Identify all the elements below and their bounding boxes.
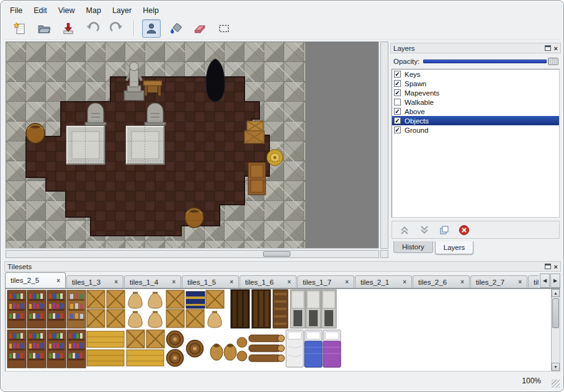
opacity-slider[interactable] (423, 57, 558, 66)
raise-layer-button[interactable] (398, 224, 411, 236)
layer-visibility-checkbox[interactable] (394, 117, 401, 124)
layers-panel-title: Layers (393, 45, 415, 52)
dock-tab-bar: History Layers (393, 241, 475, 257)
close-panel-icon[interactable]: × (554, 264, 558, 270)
lower-layer-button[interactable] (418, 224, 431, 236)
stamp-tool-button[interactable] (142, 19, 161, 38)
save-icon (61, 22, 75, 35)
tab-close-icon[interactable]: × (345, 278, 349, 285)
layer-visibility-checkbox[interactable] (394, 71, 401, 78)
menu-item[interactable]: View (53, 5, 81, 16)
rect-select-tool-button[interactable] (215, 19, 233, 38)
layer-row[interactable]: Walkable (392, 97, 559, 107)
layer-visibility-checkbox[interactable] (394, 80, 401, 87)
layer-row[interactable]: Above (392, 107, 559, 116)
resize-grip[interactable] (552, 380, 560, 388)
map-editor-window: File Edit View Map Layer Help (0, 0, 564, 392)
menu-item[interactable]: File (4, 5, 28, 16)
layer-row[interactable]: Keys (392, 69, 559, 79)
tab-close-icon[interactable]: × (518, 278, 522, 285)
tileset-tab[interactable]: tiles_2_7 × (470, 275, 527, 288)
layer-row[interactable]: Ground (392, 125, 559, 135)
tilesets-panel: Tilesets × tiles_2_5 × tiles_1_3 × (4, 261, 561, 373)
paint-bucket-icon (169, 22, 182, 35)
layer-visibility-checkbox[interactable] (394, 108, 401, 115)
float-panel-icon[interactable] (545, 264, 551, 269)
tab-close-icon[interactable]: × (114, 278, 118, 285)
tileset-image[interactable] (6, 289, 543, 370)
duplicate-layer-icon (439, 225, 450, 236)
layer-visibility-checkbox[interactable] (394, 127, 401, 133)
tileset-tab[interactable]: tiles_ × (528, 275, 539, 288)
map-canvas[interactable] (6, 42, 379, 249)
layer-actions-toolbar (392, 221, 560, 239)
tileset-tab[interactable]: tiles_1_6 × (239, 275, 297, 288)
tab-close-icon[interactable]: × (287, 278, 291, 285)
layer-name: Mapevents (405, 89, 439, 97)
float-panel-icon[interactable] (545, 45, 551, 51)
opacity-slider-handle[interactable] (548, 58, 558, 65)
map-vertical-scrollbar[interactable] (380, 42, 388, 249)
save-file-button[interactable] (59, 19, 78, 38)
redo-button[interactable] (107, 19, 126, 38)
map-hscroll-thumb[interactable] (263, 251, 290, 257)
map-render[interactable] (6, 42, 378, 248)
menu-item[interactable]: Help (137, 5, 164, 16)
layer-name: Above (405, 108, 425, 115)
tab-close-icon[interactable]: × (460, 278, 464, 285)
eraser-tool-button[interactable] (190, 19, 209, 38)
arrow-up-icon: ▲ (553, 291, 558, 295)
delete-layer-icon (459, 225, 470, 236)
layer-visibility-checkbox[interactable] (394, 89, 401, 96)
layer-name: Ground (405, 127, 428, 134)
layer-name: Walkable (405, 99, 434, 106)
tileset-vscroll-thumb[interactable] (552, 298, 559, 328)
dock-tab[interactable]: History (393, 241, 433, 253)
layer-name: Spawn (405, 80, 426, 87)
tileset-tab-label: tiles_1_4 (130, 278, 158, 286)
menu-item[interactable]: Layer (107, 5, 137, 16)
tileset-tab[interactable]: tiles_1_3 × (66, 275, 123, 288)
tileset-tab[interactable]: tiles_1_7 × (297, 275, 354, 288)
tileset-tab[interactable]: tiles_2_6 × (413, 275, 470, 288)
scroll-up-button[interactable]: ▲ (552, 289, 560, 297)
delete-layer-button[interactable] (458, 224, 470, 236)
tileset-tab[interactable]: tiles_1_5 × (182, 275, 239, 288)
menu-item[interactable]: Map (81, 5, 107, 16)
tab-scroll-right-button[interactable]: ▶ (550, 274, 560, 288)
scroll-down-button[interactable]: ▼ (552, 363, 560, 371)
map-horizontal-scrollbar[interactable] (6, 250, 379, 258)
tileset-tab[interactable]: tiles_1_4 × (124, 275, 181, 288)
dock-tab-label: History (402, 243, 424, 251)
layer-name: Objects (405, 117, 429, 125)
layer-row[interactable]: Spawn (392, 79, 559, 88)
fill-tool-button[interactable] (166, 19, 185, 38)
tilesets-panel-titlebar: Tilesets × (4, 261, 561, 272)
layer-visibility-checkbox[interactable] (394, 99, 401, 105)
duplicate-layer-button[interactable] (438, 224, 450, 236)
tileset-tab[interactable]: tiles_2_5 × (5, 272, 66, 288)
open-file-button[interactable] (35, 19, 53, 38)
tileset-vertical-scrollbar[interactable]: ▲ ▼ (551, 289, 560, 371)
tileset-view[interactable]: ▲ ▼ (5, 288, 560, 372)
tab-scroll-left-button[interactable]: ◀ (540, 274, 550, 288)
close-panel-icon[interactable]: × (554, 45, 558, 51)
tab-close-icon[interactable]: × (172, 278, 176, 285)
undo-button[interactable] (83, 19, 102, 38)
tab-close-icon[interactable]: × (56, 277, 60, 284)
toolbar-separator (133, 21, 135, 36)
menu-item[interactable]: Edit (28, 5, 53, 16)
selection-icon (217, 22, 231, 35)
dock-tab-label: Layers (444, 244, 465, 251)
tileset-tab-label: tiles_2_6 (418, 278, 447, 286)
layer-row[interactable]: Objects (392, 116, 559, 125)
tileset-tab-label: tiles_1_3 (72, 278, 101, 286)
tileset-tab[interactable]: tiles_2_1 × (355, 275, 412, 288)
layer-row[interactable]: Mapevents (392, 88, 559, 97)
new-file-button[interactable] (11, 19, 29, 38)
tab-close-icon[interactable]: × (403, 278, 406, 285)
new-file-icon (13, 22, 27, 35)
dock-tab[interactable]: Layers (435, 241, 474, 254)
zoom-level: 100% (522, 376, 541, 385)
tab-close-icon[interactable]: × (230, 278, 233, 285)
